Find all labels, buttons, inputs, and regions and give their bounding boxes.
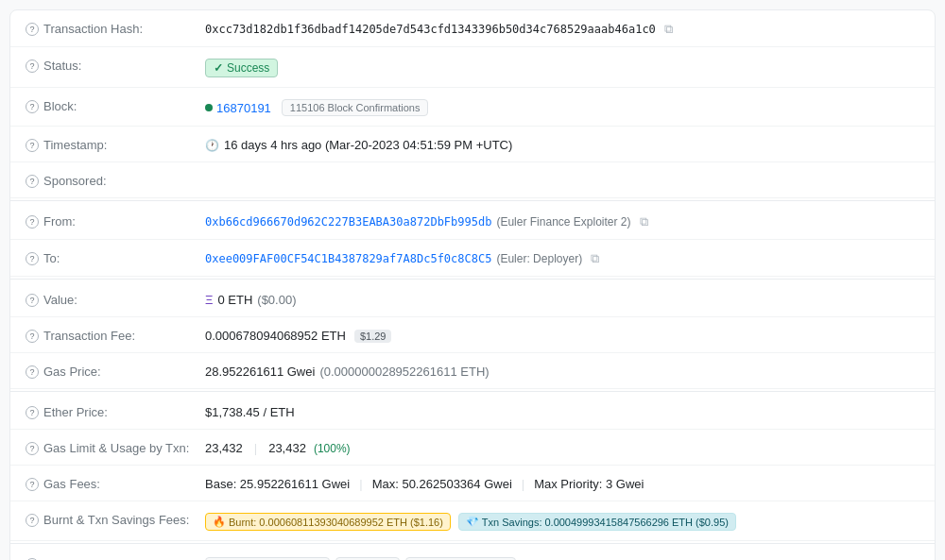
from-address[interactable]: 0xb66cd966670d962C227B3EABA30a872DbFb995… — [205, 215, 491, 229]
txn-savings-badge: 💎 Txn Savings: 0.00049993415847566296 ET… — [458, 513, 736, 531]
ether-price-label-col: ? Ether Price: — [26, 403, 205, 419]
tx-fee-value-col: 0.000678094068952 ETH $1.29 — [205, 327, 919, 343]
ether-price-value-col: $1,738.45 / ETH — [205, 403, 919, 419]
to-info-icon[interactable]: ? — [26, 252, 39, 265]
tx-hash-copy-icon[interactable]: ⧉ — [664, 22, 673, 37]
status-info-icon[interactable]: ? — [26, 59, 39, 73]
tx-fee-label: Transaction Fee: — [43, 329, 135, 343]
from-row: ? From: 0xb66cd966670d962C227B3EABA30a87… — [10, 203, 935, 240]
ether-price-info-icon[interactable]: ? — [26, 406, 39, 419]
tx-hash-label-col: ? Transaction Hash: — [26, 20, 205, 36]
burnt-fees-label: Burnt & Txn Savings Fees: — [43, 513, 189, 527]
tx-fee-info-icon[interactable]: ? — [26, 330, 39, 343]
gas-price-gwei: 28.952261611 Gwei — [205, 365, 315, 379]
to-label-col: ? To: — [26, 249, 205, 265]
block-label-col: ? Block: — [26, 97, 205, 113]
to-address[interactable]: 0xee009FAF00CF54C1B4387829af7A8Dc5f0c8C8… — [205, 252, 491, 265]
tx-hash-info-icon[interactable]: ? — [26, 23, 39, 36]
pipe-3: | — [522, 477, 524, 491]
burnt-fees-row: ? Burnt & Txn Savings Fees: 🔥 Burnt: 0.0… — [10, 501, 935, 541]
block-row: ? Block: 16870191 115106 Block Confirmat… — [10, 88, 935, 127]
ether-price-value: $1,738.45 / ETH — [205, 405, 295, 419]
from-label: From: — [43, 214, 76, 229]
block-number-badge: 16870191 — [205, 101, 271, 115]
gas-price-label-col: ? Gas Price: — [26, 363, 205, 379]
gas-fees-value-col: Base: 25.952261611 Gwei | Max: 50.262503… — [205, 475, 919, 491]
value-row: ? Value: Ξ 0 ETH ($0.00) — [10, 281, 935, 317]
status-label-col: ? Status: — [26, 57, 205, 73]
gas-used-percent: (100%) — [314, 442, 351, 455]
gas-fees-max-priority: Max Priority: 3 Gwei — [534, 477, 644, 491]
value-value-col: Ξ 0 ETH ($0.00) — [205, 291, 919, 307]
to-copy-icon[interactable]: ⧉ — [591, 251, 599, 266]
section-divider-4 — [10, 543, 935, 544]
gas-limit-label-col: ? Gas Limit & Usage by Txn: — [26, 439, 205, 455]
timestamp-info-icon[interactable]: ? — [26, 139, 39, 152]
value-amount: 0 ETH — [217, 293, 252, 307]
gas-limit-value-col: 23,432 | 23,432 (100%) — [205, 439, 919, 455]
gas-limit-label: Gas Limit & Usage by Txn: — [43, 441, 189, 455]
other-attribs-label-col: ? Other Attributes: — [26, 555, 205, 560]
to-label: To: — [43, 251, 60, 265]
transaction-detail-card: ? Transaction Hash: 0xcc73d182db1f36dbad… — [9, 9, 936, 560]
from-info-icon[interactable]: ? — [26, 215, 39, 229]
fire-icon: 🔥 — [213, 516, 226, 528]
section-divider-2 — [10, 279, 935, 280]
value-label-col: ? Value: — [26, 291, 205, 307]
burnt-fees-info-icon[interactable]: ? — [26, 514, 39, 527]
ether-price-label: Ether Price: — [43, 405, 108, 419]
sponsored-info-icon[interactable]: ? — [26, 175, 39, 188]
status-badge: Success — [205, 59, 278, 77]
section-divider-1 — [10, 200, 935, 201]
pipe-2: | — [359, 477, 362, 491]
eth-icon: Ξ — [205, 293, 213, 307]
burnt-fees-label-col: ? Burnt & Txn Savings Fees: — [26, 511, 205, 527]
sponsored-label-col: ? Sponsored: — [26, 172, 205, 188]
from-tag: (Euler Finance Exploiter 2) — [496, 215, 630, 229]
gas-price-info-icon[interactable]: ? — [26, 365, 39, 379]
tx-fee-usd: $1.29 — [354, 330, 392, 343]
gas-price-row: ? Gas Price: 28.952261611 Gwei (0.000000… — [10, 353, 935, 389]
tx-hash-label: Transaction Hash: — [43, 22, 143, 36]
clock-icon: 🕐 — [205, 139, 219, 152]
from-copy-icon[interactable]: ⧉ — [640, 214, 648, 229]
sponsored-row: ? Sponsored: — [10, 162, 935, 198]
gas-price-eth: (0.000000028952261611 ETH) — [319, 365, 489, 379]
tx-hash-value-col: 0xcc73d182db1f36dbadf14205de7d543cfd1343… — [205, 20, 919, 37]
block-confirmations: 115106 Block Confirmations — [282, 99, 429, 116]
timestamp-value: 16 days 4 hrs ago (Mar-20-2023 04:51:59 … — [224, 138, 512, 152]
gas-fees-max: Max: 50.262503364 Gwei — [372, 477, 512, 491]
burnt-fees-value-col: 🔥 Burnt: 0.00060811393040689952 ETH ($1.… — [205, 511, 919, 531]
from-label-col: ? From: — [26, 212, 205, 229]
gas-used-value: 23,432 — [268, 441, 306, 455]
block-number[interactable]: 16870191 — [216, 101, 271, 115]
ether-price-row: ? Ether Price: $1,738.45 / ETH — [10, 394, 935, 430]
gas-fees-label-col: ? Gas Fees: — [26, 475, 205, 491]
tx-fee-label-col: ? Transaction Fee: — [26, 327, 205, 343]
tx-fee-row: ? Transaction Fee: 0.000678094068952 ETH… — [10, 317, 935, 353]
other-attribs-value-col: Txn Type: 2 (EIP-1559) Nonce: 43 Positio… — [205, 555, 919, 560]
tx-hash-value: 0xcc73d182db1f36dbadf14205de7d543cfd1343… — [205, 23, 656, 36]
burnt-label: Burnt: — [229, 517, 256, 528]
gas-fees-info-icon[interactable]: ? — [26, 478, 39, 491]
burnt-badge: 🔥 Burnt: 0.00060811393040689952 ETH ($1.… — [205, 513, 451, 531]
timestamp-row: ? Timestamp: 🕐 16 days 4 hrs ago (Mar-20… — [10, 127, 935, 162]
value-info-icon[interactable]: ? — [26, 294, 39, 307]
gas-limit-value: 23,432 — [205, 441, 243, 455]
gas-price-value-col: 28.952261611 Gwei (0.000000028952261611 … — [205, 363, 919, 379]
value-label: Value: — [43, 293, 77, 307]
savings-value: 0.00049993415847566296 ETH ($0.95) — [544, 517, 729, 528]
status-label: Status: — [43, 59, 81, 73]
gas-fees-row: ? Gas Fees: Base: 25.952261611 Gwei | Ma… — [10, 466, 935, 501]
block-dot-icon — [205, 104, 213, 111]
block-info-icon[interactable]: ? — [26, 100, 39, 113]
gas-fees-label: Gas Fees: — [43, 477, 100, 491]
gas-limit-row: ? Gas Limit & Usage by Txn: 23,432 | 23,… — [10, 430, 935, 466]
from-value-col: 0xb66cd966670d962C227B3EABA30a872DbFb995… — [205, 212, 919, 229]
burnt-value: 0.00060811393040689952 ETH ($1.16) — [259, 517, 443, 528]
timestamp-label-col: ? Timestamp: — [26, 136, 205, 152]
gas-limit-info-icon[interactable]: ? — [26, 442, 39, 455]
tx-fee-eth: 0.000678094068952 ETH — [205, 329, 346, 343]
pipe-1: | — [254, 441, 257, 455]
block-label: Block: — [43, 99, 77, 113]
